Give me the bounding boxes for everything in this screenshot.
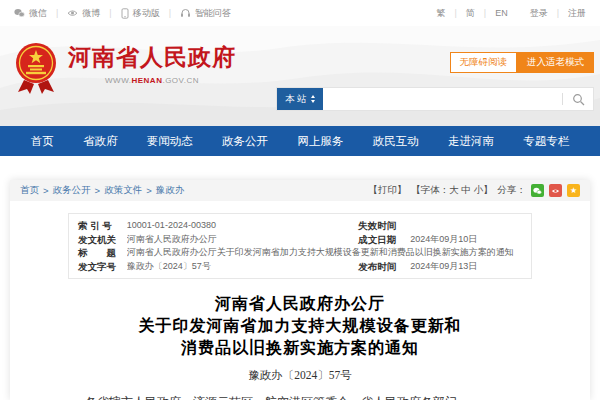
scope-updown-icon: [311, 93, 315, 105]
meta-date-value: 2024年09月10日: [410, 233, 522, 247]
accessibility-reading-button[interactable]: 无障碍阅读: [450, 52, 518, 73]
national-emblem-icon: [14, 42, 58, 94]
nav-item-online-services[interactable]: 网上服务: [297, 134, 343, 149]
search-bar: 本 站: [276, 87, 594, 111]
nav-item-news[interactable]: 要闻动态: [147, 134, 193, 149]
breadcrumb-bar: 首页 > 政务公开 > 政策文件 > 豫政办 【打印】 【字体：大 中 小】 分…: [10, 180, 590, 201]
site-name: 河南省人民政府: [68, 42, 236, 72]
nav-item-provincial-gov[interactable]: 省政府: [83, 134, 118, 149]
share-favorite-button[interactable]: ★: [567, 184, 580, 197]
doc-opening-line: 各省辖市人民政府，济源示范区、航空港区管委会，省人民政府各部门: [10, 394, 590, 400]
meta-publish-value: 2024年09月13日: [410, 260, 522, 274]
divider: |: [109, 8, 111, 18]
search-input[interactable]: [323, 88, 562, 110]
smart-qa-label: 智能问答: [195, 7, 231, 20]
page-tools: 【打印】 【字体：大 中 小】 分享： ★: [368, 184, 580, 197]
nav-item-special-columns[interactable]: 专题专栏: [523, 134, 569, 149]
headset-icon: [180, 8, 191, 18]
meta-expiry-value: [410, 219, 522, 233]
smart-qa-link[interactable]: 智能问答: [180, 7, 231, 20]
font-size-controls[interactable]: 【字体：大 中 小】: [411, 184, 492, 197]
meta-index-value: 10001-01-2024-00380: [127, 219, 358, 233]
nav-item-home[interactable]: 首页: [31, 134, 54, 149]
doc-title-line-3: 消费品以旧换新实施方案的通知: [10, 337, 590, 359]
breadcrumb-separator: >: [146, 185, 152, 196]
mobile-phone-icon: [121, 8, 129, 19]
breadcrumb-separator: >: [43, 185, 49, 196]
weibo-icon: [551, 187, 560, 195]
breadcrumb-yuzhengban[interactable]: 豫政办: [156, 184, 185, 197]
meta-title-value: 河南省人民政府办公厅关于印发河南省加力支持大规模设备更新和消费品以旧换新实施方案…: [127, 246, 522, 260]
divider: |: [484, 8, 486, 18]
site-url-suffix: .GOV.CN: [162, 76, 199, 85]
nav-item-gov-affairs[interactable]: 政务公开: [222, 134, 268, 149]
document-content: 索 引 号 10001-01-2024-00380 失效时间 发文机关 河南省人…: [10, 201, 590, 400]
share-label: 分享：: [498, 184, 527, 197]
meta-agency-value: 河南省人民政府办公厅: [127, 233, 358, 247]
print-button[interactable]: 【打印】: [368, 184, 406, 197]
search-scope-select[interactable]: 本 站: [277, 88, 323, 110]
site-header: 河南省人民政府 WWW.HENAN.GOV.CN 无障碍阅读 进入适老模式 本 …: [0, 26, 600, 126]
nav-item-into-henan[interactable]: 走进河南: [448, 134, 494, 149]
main-nav: 首页 省政府 要闻动态 政务公开 网上服务 政民互动 走进河南 专题专栏: [0, 126, 600, 156]
meta-agency-label: 发文机关: [78, 233, 127, 247]
site-url: WWW.HENAN.GOV.CN: [68, 76, 236, 85]
magnifier-icon: [572, 93, 585, 106]
top-utility-bar: 微信 | 微博 | 移动版 | 智能问答 繁 | 简 | EN 登录 | 注册: [0, 0, 600, 26]
breadcrumb-separator: >: [95, 185, 101, 196]
breadcrumb-home[interactable]: 首页: [20, 184, 39, 197]
breadcrumb: 首页 > 政务公开 > 政策文件 > 豫政办: [20, 184, 184, 197]
breadcrumb-gov-affairs[interactable]: 政务公开: [53, 184, 91, 197]
meta-number-label: 发文字号: [78, 260, 127, 274]
register-link[interactable]: 注册: [568, 7, 586, 20]
elderly-mode-button[interactable]: 进入适老模式: [517, 52, 594, 73]
login-link[interactable]: 登录: [530, 7, 548, 20]
doc-number: 豫政办〔2024〕57号: [10, 368, 590, 383]
wechat-icon: [14, 8, 25, 18]
divider: |: [454, 8, 456, 18]
weibo-link[interactable]: 微博: [67, 7, 100, 20]
wechat-icon: [533, 187, 542, 195]
site-title-block: 河南省人民政府 WWW.HENAN.GOV.CN: [68, 42, 236, 85]
lang-english[interactable]: EN: [495, 8, 508, 18]
nav-item-interaction[interactable]: 政民互动: [373, 134, 419, 149]
share-weibo-button[interactable]: [549, 184, 562, 197]
topbar-left: 微信 | 微博 | 移动版 | 智能问答: [14, 7, 231, 20]
topbar-right: 繁 | 简 | EN 登录 | 注册: [436, 7, 586, 20]
doc-title-line-1: 河南省人民政府办公厅: [10, 293, 590, 315]
doc-meta-table: 索 引 号 10001-01-2024-00380 失效时间 发文机关 河南省人…: [68, 213, 532, 279]
page-container: 首页 > 政务公开 > 政策文件 > 豫政办 【打印】 【字体：大 中 小】 分…: [10, 180, 590, 400]
lang-traditional[interactable]: 繁: [436, 7, 445, 20]
meta-index-label: 索 引 号: [78, 219, 127, 233]
header-buttons: 无障碍阅读 进入适老模式: [450, 52, 595, 73]
share-wechat-button[interactable]: [531, 184, 544, 197]
search-button[interactable]: [563, 88, 593, 110]
doc-title-line-2: 关于印发河南省加力支持大规模设备更新和: [10, 315, 590, 337]
wechat-link[interactable]: 微信: [14, 7, 47, 20]
search-scope-label: 本 站: [285, 93, 307, 106]
site-url-mid: HENAN: [131, 76, 162, 85]
wechat-label: 微信: [29, 7, 47, 20]
meta-expiry-label: 失效时间: [358, 219, 410, 233]
meta-title-label: 标 题: [78, 246, 127, 260]
lang-simplified[interactable]: 简: [466, 7, 475, 20]
divider: |: [56, 8, 58, 18]
weibo-label: 微博: [82, 7, 100, 20]
mobile-version-link[interactable]: 移动版: [121, 7, 160, 20]
star-icon: ★: [570, 184, 577, 197]
divider: |: [169, 8, 171, 18]
divider: |: [557, 8, 559, 18]
site-url-prefix: WWW.: [105, 76, 131, 85]
weibo-icon: [67, 8, 78, 18]
meta-number-value: 豫政办〔2024〕57号: [127, 260, 358, 274]
doc-title: 河南省人民政府办公厅 关于印发河南省加力支持大规模设备更新和 消费品以旧换新实施…: [10, 293, 590, 359]
breadcrumb-policy-docs[interactable]: 政策文件: [104, 184, 142, 197]
meta-date-label: 成文日期: [358, 233, 410, 247]
meta-publish-label: 发布时间: [358, 260, 410, 274]
mobile-version-label: 移动版: [133, 7, 160, 20]
site-logo[interactable]: 河南省人民政府 WWW.HENAN.GOV.CN: [14, 42, 236, 94]
spacer: [0, 156, 600, 180]
